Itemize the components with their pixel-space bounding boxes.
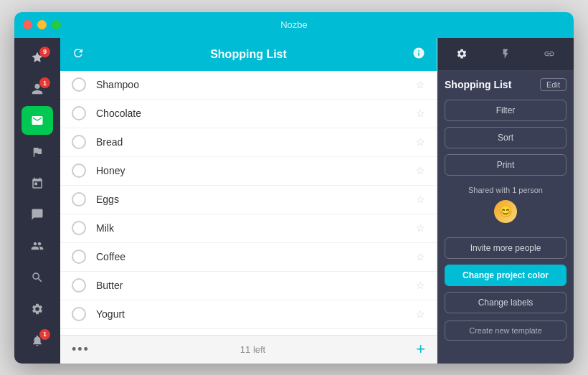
task-item[interactable]: Bread ☆ bbox=[60, 128, 437, 157]
title-bar: Nozbe bbox=[14, 12, 574, 38]
task-checkbox[interactable] bbox=[72, 221, 86, 235]
window-controls bbox=[23, 20, 61, 29]
task-footer: ••• 11 left + bbox=[60, 335, 437, 364]
right-panel-content: Shopping List Edit Filter Sort Print Sha… bbox=[437, 71, 574, 364]
star-badge: 9 bbox=[39, 47, 50, 57]
task-label: Shampoo bbox=[96, 79, 416, 90]
tab-activity[interactable] bbox=[487, 42, 525, 65]
task-item[interactable]: Shampoo ☆ bbox=[60, 71, 437, 100]
task-item[interactable]: Chocolate ☆ bbox=[60, 100, 437, 128]
sidebar-icon-flag[interactable] bbox=[22, 138, 53, 166]
star-icon[interactable]: ☆ bbox=[416, 108, 425, 119]
task-panel: Shopping List Shampoo ☆ Chocolate ☆ bbox=[60, 38, 437, 364]
sidebar-icon-calendar[interactable] bbox=[22, 169, 53, 198]
star-icon[interactable]: ☆ bbox=[416, 308, 425, 320]
task-item[interactable]: Bananas ☆ bbox=[60, 329, 437, 335]
star-icon[interactable]: ☆ bbox=[416, 251, 425, 262]
task-checkbox[interactable] bbox=[72, 135, 86, 149]
more-options-icon[interactable]: ••• bbox=[72, 342, 90, 357]
star-icon[interactable]: ☆ bbox=[416, 194, 425, 205]
star-icon[interactable]: ☆ bbox=[416, 79, 425, 90]
window-title: Nozbe bbox=[280, 19, 308, 30]
sidebar: 9 1 bbox=[14, 38, 60, 364]
task-item[interactable]: Yogurt ☆ bbox=[60, 300, 437, 329]
sidebar-icon-chat[interactable] bbox=[22, 200, 53, 229]
project-title-row: Shopping List Edit bbox=[445, 78, 566, 91]
shared-label: Shared with 1 person bbox=[468, 186, 543, 194]
add-task-button[interactable]: + bbox=[416, 340, 425, 359]
main-content: 9 1 bbox=[14, 38, 574, 364]
task-item[interactable]: Butter ☆ bbox=[60, 272, 437, 300]
task-item[interactable]: Honey ☆ bbox=[60, 157, 437, 186]
task-label: Honey bbox=[96, 165, 416, 176]
close-button[interactable] bbox=[23, 20, 32, 29]
info-icon[interactable] bbox=[412, 47, 425, 62]
sidebar-icon-notifications[interactable]: 1 bbox=[22, 326, 53, 355]
task-checkbox[interactable] bbox=[72, 278, 86, 293]
maximize-button[interactable] bbox=[52, 20, 61, 29]
right-panel: Shopping List Edit Filter Sort Print Sha… bbox=[437, 38, 574, 364]
right-panel-tabs bbox=[437, 38, 574, 71]
sidebar-icon-team[interactable] bbox=[22, 232, 53, 260]
tab-settings[interactable] bbox=[443, 42, 481, 65]
invite-people-button[interactable]: Invite more people bbox=[445, 237, 566, 259]
task-checkbox[interactable] bbox=[72, 307, 86, 321]
task-label: Bread bbox=[96, 136, 416, 148]
task-item[interactable]: Coffee ☆ bbox=[60, 243, 437, 272]
create-template-button[interactable]: Create new template bbox=[445, 321, 566, 341]
sidebar-icon-star[interactable]: 9 bbox=[22, 44, 53, 72]
task-checkbox[interactable] bbox=[72, 106, 86, 120]
task-label: Yogurt bbox=[96, 308, 416, 320]
task-checkbox[interactable] bbox=[72, 250, 86, 264]
profile-badge: 1 bbox=[39, 77, 50, 88]
task-checkbox[interactable] bbox=[72, 192, 86, 207]
change-labels-button[interactable]: Change labels bbox=[445, 292, 566, 313]
edit-project-button[interactable]: Edit bbox=[540, 78, 566, 91]
task-count: 11 left bbox=[240, 344, 265, 355]
star-icon[interactable]: ☆ bbox=[416, 136, 425, 148]
task-label: Coffee bbox=[96, 251, 416, 262]
sort-button[interactable]: Sort bbox=[445, 127, 566, 148]
task-list: Shampoo ☆ Chocolate ☆ Bread ☆ Honey ☆ bbox=[60, 71, 437, 335]
tab-link[interactable] bbox=[530, 42, 568, 65]
task-label: Chocolate bbox=[96, 108, 416, 119]
print-button[interactable]: Print bbox=[445, 154, 566, 176]
star-icon[interactable]: ☆ bbox=[416, 280, 425, 291]
star-icon[interactable]: ☆ bbox=[416, 222, 425, 234]
task-checkbox[interactable] bbox=[72, 163, 86, 178]
project-name: Shopping List bbox=[445, 79, 511, 90]
notify-badge: 1 bbox=[39, 329, 50, 340]
task-checkbox[interactable] bbox=[72, 77, 86, 92]
change-color-button[interactable]: Change project color bbox=[445, 265, 566, 286]
task-label: Milk bbox=[96, 222, 416, 234]
app-window: Nozbe 9 1 bbox=[14, 12, 574, 364]
sidebar-icon-profile[interactable]: 1 bbox=[22, 75, 53, 103]
task-list-title: Shopping List bbox=[210, 48, 287, 61]
refresh-icon[interactable] bbox=[72, 47, 85, 62]
sidebar-icon-settings[interactable] bbox=[22, 295, 53, 323]
task-item[interactable]: Milk ☆ bbox=[60, 214, 437, 243]
filter-button[interactable]: Filter bbox=[445, 100, 566, 121]
minimize-button[interactable] bbox=[37, 20, 47, 29]
sidebar-icon-search[interactable] bbox=[22, 263, 53, 292]
task-header: Shopping List bbox=[60, 38, 437, 71]
shared-section: Shared with 1 person 😊 bbox=[445, 181, 566, 232]
task-label: Butter bbox=[96, 280, 416, 291]
task-label: Eggs bbox=[96, 194, 416, 205]
sidebar-icon-inbox[interactable] bbox=[22, 106, 53, 135]
task-item[interactable]: Eggs ☆ bbox=[60, 186, 437, 214]
star-icon[interactable]: ☆ bbox=[416, 165, 425, 176]
avatar: 😊 bbox=[494, 200, 517, 223]
